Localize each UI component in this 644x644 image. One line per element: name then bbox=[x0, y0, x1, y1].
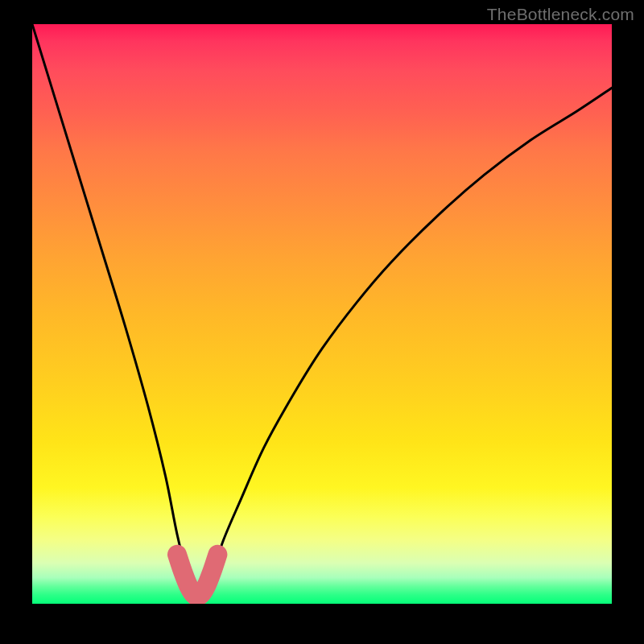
minimum-marker bbox=[177, 555, 217, 597]
chart-container: TheBottleneck.com bbox=[0, 0, 644, 644]
bottleneck-curve bbox=[32, 24, 612, 601]
curve-layer bbox=[32, 24, 612, 604]
plot-area bbox=[32, 24, 612, 604]
watermark-text: TheBottleneck.com bbox=[487, 5, 634, 24]
